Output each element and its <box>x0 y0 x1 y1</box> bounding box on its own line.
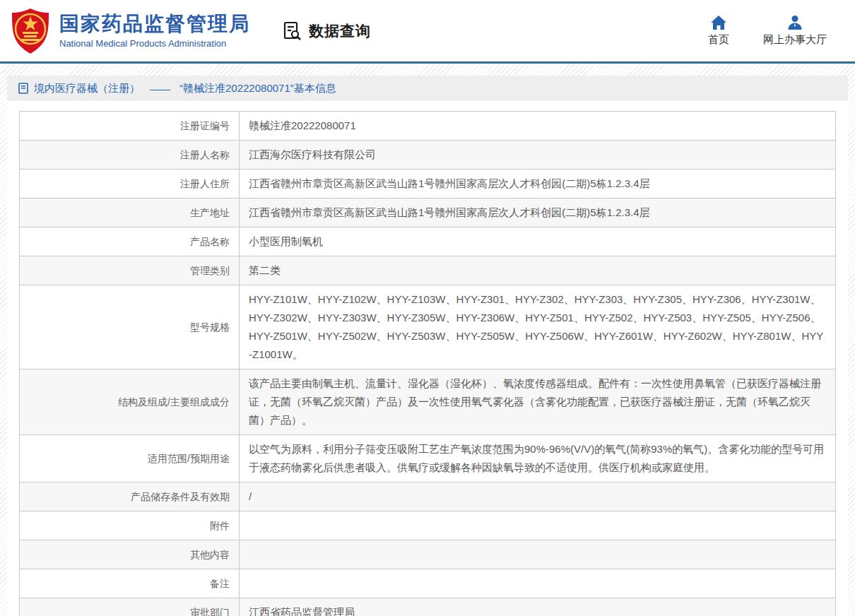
nav-home[interactable]: 首页 <box>708 15 729 47</box>
row-value <box>240 569 835 598</box>
row-value: 以空气为原料，利用分子筛变压吸附工艺生产氧浓度范围为90%-96%(V/V)的氧… <box>240 435 835 482</box>
registration-info-table: 注册证编号赣械注准20222080071 注册人名称江西海尔医疗科技有限公司 注… <box>19 111 836 616</box>
nav-service-hall-label: 网上办事大厅 <box>763 33 827 47</box>
row-label: 附件 <box>20 511 240 540</box>
data-query-icon <box>282 20 303 42</box>
site-header: 国家药品监督管理局 National Medical Products Admi… <box>0 0 855 64</box>
table-row: 备注 <box>20 569 835 598</box>
row-label: 注册人名称 <box>20 141 240 169</box>
table-row: 生产地址江西省赣州市章贡区高新区武当山路1号赣州国家高层次人才科创园(二期)5栋… <box>20 199 835 227</box>
row-value: 江西省赣州市章贡区高新区武当山路1号赣州国家高层次人才科创园(二期)5栋1.2.… <box>240 170 835 198</box>
document-icon <box>18 83 28 94</box>
table-row: 管理类别第二类 <box>20 256 835 285</box>
table-row: 适用范围/预期用途以空气为原料，利用分子筛变压吸附工艺生产氧浓度范围为90%-9… <box>20 435 835 482</box>
nav-service-hall[interactable]: 网上办事大厅 <box>763 15 827 47</box>
header-nav: 首页 网上办事大厅 <box>708 15 827 47</box>
table-row: 产品储存条件及有效期/ <box>20 482 835 511</box>
site-logo[interactable]: 国家药品监督管理局 National Medical Products Admi… <box>10 8 250 54</box>
table-row: 其他内容 <box>20 540 835 569</box>
breadcrumb: 境内医疗器械（注册） —— “赣械注准20222080071”基本信息 <box>7 76 848 101</box>
row-value: 江西省赣州市章贡区高新区武当山路1号赣州国家高层次人才科创园(二期)5栋1.2.… <box>240 199 835 227</box>
row-label: 管理类别 <box>20 256 240 285</box>
row-value: 该产品主要由制氧主机、流量计、湿化器（湿化杯）、氧浓度传感器组成。配件有：一次性… <box>240 369 835 434</box>
row-label: 型号规格 <box>20 285 240 369</box>
data-query-label: 数据查询 <box>309 21 371 41</box>
row-label: 生产地址 <box>20 199 240 227</box>
row-value: 江西省药品监督管理局 <box>240 598 835 616</box>
row-value: 小型医用制氧机 <box>240 227 835 256</box>
row-label: 结构及组成/主要组成成分 <box>20 369 240 434</box>
row-label: 产品储存条件及有效期 <box>20 482 240 511</box>
row-label: 产品名称 <box>20 227 240 256</box>
site-subtitle: National Medical Products Administration <box>59 38 250 49</box>
table-row: 结构及组成/主要组成成分该产品主要由制氧主机、流量计、湿化器（湿化杯）、氧浓度传… <box>20 369 835 435</box>
row-value: 江西海尔医疗科技有限公司 <box>240 141 835 169</box>
user-icon <box>786 15 803 30</box>
table-row: 审批部门江西省药品监督管理局 <box>20 598 835 616</box>
row-label: 其他内容 <box>20 540 240 569</box>
row-value: HYY-Z101W、HYY-Z102W、HYY-Z103W、HYY-Z301、H… <box>240 285 835 369</box>
row-value: / <box>240 482 835 511</box>
row-value: 赣械注准20222080071 <box>240 112 835 140</box>
content-card: 境内医疗器械（注册） —— “赣械注准20222080071”基本信息 注册证编… <box>7 76 848 616</box>
table-row: 注册人住所江西省赣州市章贡区高新区武当山路1号赣州国家高层次人才科创园(二期)5… <box>20 170 835 199</box>
table-row: 注册人名称江西海尔医疗科技有限公司 <box>20 141 835 170</box>
row-label: 注册人住所 <box>20 170 240 198</box>
site-title: 国家药品监督管理局 <box>59 13 250 35</box>
breadcrumb-category[interactable]: 境内医疗器械（注册） <box>34 82 140 95</box>
row-label: 注册证编号 <box>20 112 240 140</box>
row-value: 第二类 <box>240 256 835 285</box>
row-value <box>240 511 835 540</box>
breadcrumb-dash: —— <box>150 83 170 95</box>
page-title: “赣械注准20222080071”基本信息 <box>179 82 336 95</box>
table-row: 附件 <box>20 511 835 540</box>
table-row: 产品名称小型医用制氧机 <box>20 227 835 256</box>
table-row: 型号规格HYY-Z101W、HYY-Z102W、HYY-Z103W、HYY-Z3… <box>20 285 835 369</box>
row-value <box>240 540 835 569</box>
row-label: 审批部门 <box>20 598 240 616</box>
nav-home-label: 首页 <box>708 33 729 47</box>
data-query-entry[interactable]: 数据查询 <box>282 20 371 42</box>
home-icon <box>710 15 727 30</box>
row-label: 备注 <box>20 569 240 598</box>
table-row: 注册证编号赣械注准20222080071 <box>20 112 835 141</box>
row-label: 适用范围/预期用途 <box>20 435 240 482</box>
national-emblem-icon <box>10 8 51 54</box>
